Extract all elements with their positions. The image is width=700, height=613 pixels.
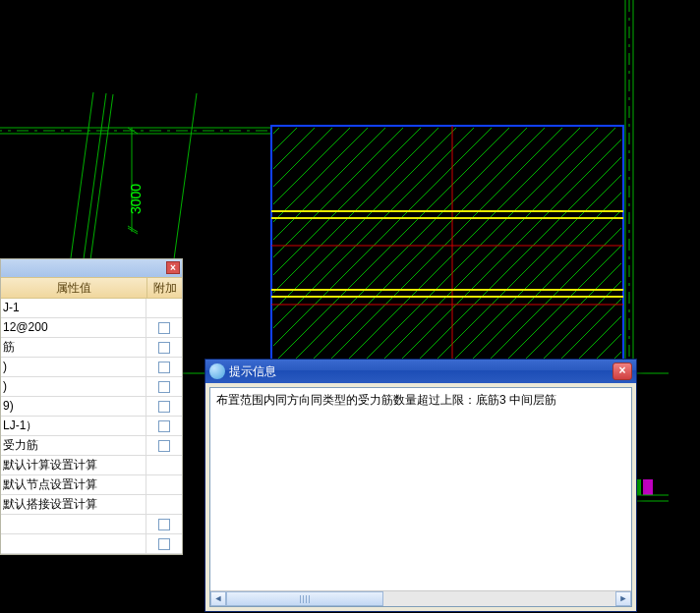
- property-value-cell[interactable]: 12@200: [1, 318, 146, 337]
- property-row-checkbox[interactable]: [158, 519, 170, 530]
- property-row-checkbox[interactable]: [158, 362, 170, 373]
- property-value-cell[interactable]: 默认计算设置计算: [1, 456, 146, 474]
- dialog-close-button[interactable]: ×: [612, 362, 632, 380]
- property-row-checkbox[interactable]: [158, 342, 170, 354]
- property-header-addon: 附加: [146, 278, 182, 298]
- property-row-checkbox[interactable]: [158, 538, 170, 550]
- property-value-cell[interactable]: 受力筋: [1, 436, 146, 455]
- property-addon-cell: [146, 534, 182, 553]
- dialog-message-text: 布置范围内同方向同类型的受力筋数量超过上限：底筋3 中间层筋: [216, 392, 625, 409]
- scroll-track[interactable]: [226, 591, 615, 606]
- property-value-cell[interactable]: ): [1, 358, 146, 376]
- property-row[interactable]: ): [1, 358, 182, 377]
- property-addon-cell: [146, 338, 182, 357]
- property-addon-cell: [146, 299, 182, 317]
- message-dialog: 提示信息 × 布置范围内同方向同类型的受力筋数量超过上限：底筋3 中间层筋 ◄ …: [204, 359, 637, 612]
- property-value-cell[interactable]: ): [1, 377, 146, 396]
- property-row-checkbox[interactable]: [158, 440, 170, 452]
- property-panel: × 属性值 附加 J-112@200筋))9)LJ-1）受力筋默认计算设置计算默…: [0, 258, 183, 555]
- property-header-row: 属性值 附加: [1, 277, 182, 299]
- property-row-checkbox[interactable]: [158, 381, 170, 393]
- dialog-app-icon: [209, 363, 225, 379]
- property-addon-cell: [146, 436, 182, 455]
- property-addon-cell: [146, 475, 182, 494]
- property-row[interactable]: 9): [1, 397, 182, 417]
- property-addon-cell: [146, 358, 182, 376]
- scroll-right-button[interactable]: ►: [615, 591, 631, 606]
- dialog-titlebar[interactable]: 提示信息 ×: [205, 360, 636, 383]
- property-row[interactable]: 筋: [1, 338, 182, 358]
- property-row[interactable]: 12@200: [1, 318, 182, 338]
- svg-rect-16: [273, 128, 621, 369]
- property-value-cell[interactable]: 默认节点设置计算: [1, 475, 146, 494]
- property-addon-cell: [146, 417, 182, 435]
- dialog-body: 布置范围内同方向同类型的受力筋数量超过上限：底筋3 中间层筋 ◄ ►: [209, 387, 632, 607]
- scroll-thumb[interactable]: [226, 591, 383, 606]
- property-row[interactable]: 受力筋: [1, 436, 182, 456]
- dialog-horizontal-scrollbar[interactable]: ◄ ►: [210, 590, 631, 606]
- property-row[interactable]: [1, 515, 182, 534]
- property-panel-close-button[interactable]: ×: [166, 261, 180, 274]
- property-row[interactable]: ): [1, 377, 182, 397]
- property-value-cell[interactable]: [1, 515, 146, 533]
- property-row[interactable]: J-1: [1, 299, 182, 318]
- property-panel-titlebar[interactable]: ×: [1, 259, 182, 277]
- property-row-checkbox[interactable]: [158, 420, 170, 432]
- property-row[interactable]: LJ-1）: [1, 417, 182, 436]
- property-row[interactable]: 默认计算设置计算: [1, 456, 182, 475]
- property-addon-cell: [146, 397, 182, 416]
- property-addon-cell: [146, 377, 182, 396]
- property-row[interactable]: [1, 534, 182, 554]
- property-value-cell[interactable]: LJ-1）: [1, 417, 146, 435]
- property-value-cell[interactable]: [1, 534, 146, 553]
- property-row-checkbox[interactable]: [158, 322, 170, 334]
- property-value-cell[interactable]: 筋: [1, 338, 146, 357]
- property-row[interactable]: 默认节点设置计算: [1, 475, 182, 495]
- svg-rect-26: [643, 479, 653, 495]
- property-header-value: 属性值: [1, 278, 146, 298]
- property-value-cell[interactable]: J-1: [1, 299, 146, 317]
- scroll-left-button[interactable]: ◄: [210, 591, 226, 606]
- property-row[interactable]: 默认搭接设置计算: [1, 495, 182, 515]
- dialog-title: 提示信息: [229, 363, 612, 380]
- property-value-cell[interactable]: 9): [1, 397, 146, 416]
- property-addon-cell: [146, 456, 182, 474]
- property-addon-cell: [146, 515, 182, 533]
- property-row-checkbox[interactable]: [158, 401, 170, 413]
- property-value-cell[interactable]: 默认搭接设置计算: [1, 495, 146, 514]
- dimension-3000: 3000: [128, 184, 144, 214]
- property-addon-cell: [146, 495, 182, 514]
- property-addon-cell: [146, 318, 182, 337]
